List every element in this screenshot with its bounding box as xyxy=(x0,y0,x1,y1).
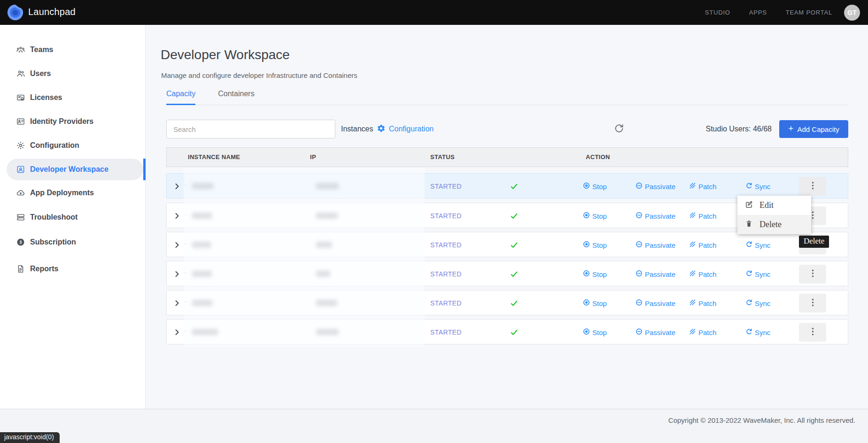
page-subtitle: Manage and configure developer Infrastru… xyxy=(161,71,357,79)
action-sync[interactable]: Sync xyxy=(745,174,770,199)
stop-icon xyxy=(583,270,590,278)
redacted-instance-name xyxy=(192,183,213,189)
kebab-icon xyxy=(812,298,814,308)
action-label: Passivate xyxy=(645,183,675,191)
expand-chevron-icon[interactable] xyxy=(173,270,181,278)
menu-item-edit[interactable]: Edit xyxy=(737,196,811,215)
sidebar-item-configuration[interactable]: Configuration xyxy=(0,135,146,156)
table-header: INSTANCE NAMEIPSTATUSACTION xyxy=(166,147,848,167)
action-patch[interactable]: Patch xyxy=(689,261,716,287)
sidebar-item-label: Users xyxy=(30,63,51,84)
table-row[interactable]: ..STARTEDStopPassivatePatchSync xyxy=(166,261,848,286)
passivate-icon xyxy=(636,328,643,336)
row-menu-button[interactable] xyxy=(799,265,826,283)
sidebar: TeamsUsersLicensesIdentity ProvidersConf… xyxy=(0,25,146,409)
row-context-menu: EditDelete xyxy=(737,196,811,234)
action-patch[interactable]: Patch xyxy=(689,290,716,316)
status-badge: STARTED xyxy=(430,320,462,345)
action-label: Patch xyxy=(698,299,716,307)
action-passivate[interactable]: Passivate xyxy=(636,261,675,287)
action-patch[interactable]: Patch xyxy=(689,320,716,345)
sidebar-item-developer-workspace[interactable]: Developer Workspace xyxy=(0,159,146,180)
nav-link-apps[interactable]: APPS xyxy=(749,9,767,16)
sidebar-item-subscription[interactable]: $Subscription xyxy=(0,231,146,253)
action-label: Stop xyxy=(592,328,607,336)
sidebar-item-teams[interactable]: Teams xyxy=(0,39,146,61)
add-capacity-button[interactable]: + Add Capacity xyxy=(779,120,848,138)
column-header-instance-name: INSTANCE NAME xyxy=(188,148,240,167)
action-sync[interactable]: Sync xyxy=(745,232,770,258)
action-passivate[interactable]: Passivate xyxy=(636,203,675,229)
sidebar-item-app-deployments[interactable]: App Deployments xyxy=(0,182,146,204)
action-stop[interactable]: Stop xyxy=(583,203,607,229)
row-menu-button[interactable] xyxy=(799,323,826,342)
table-row[interactable]: ..STARTEDStopPassivatePatchSync xyxy=(166,173,848,199)
reports-icon xyxy=(16,264,25,274)
instances-label: Instances xyxy=(341,120,373,138)
tab-containers[interactable]: Containers xyxy=(218,90,254,105)
sidebar-item-identity-providers[interactable]: Identity Providers xyxy=(0,111,146,132)
status-badge: STARTED xyxy=(430,261,462,287)
action-stop[interactable]: Stop xyxy=(583,174,607,199)
action-stop[interactable]: Stop xyxy=(583,232,607,258)
sidebar-item-reports[interactable]: Reports xyxy=(0,258,146,280)
stop-icon xyxy=(583,328,590,336)
configuration-link[interactable]: Configuration xyxy=(377,120,434,138)
action-patch[interactable]: Patch xyxy=(689,203,716,229)
kebab-icon xyxy=(812,211,814,221)
action-patch[interactable]: Patch xyxy=(689,174,716,199)
redacted-ip xyxy=(316,271,330,277)
expand-chevron-icon[interactable] xyxy=(173,328,181,336)
action-passivate[interactable]: Passivate xyxy=(636,320,675,345)
delete-icon xyxy=(745,220,753,230)
action-stop[interactable]: Stop xyxy=(583,261,607,287)
action-passivate[interactable]: Passivate xyxy=(636,232,675,258)
tab-bar: CapacityContainers xyxy=(166,90,848,105)
patch-icon xyxy=(689,270,696,278)
menu-item-label: Delete xyxy=(760,220,782,229)
action-passivate[interactable]: Passivate xyxy=(636,290,675,316)
stop-icon xyxy=(583,241,590,249)
page-title: Developer Workspace xyxy=(161,47,290,62)
sidebar-item-troubleshoot[interactable]: Troubleshoot xyxy=(0,206,146,228)
expand-chevron-icon[interactable] xyxy=(173,212,181,220)
row-menu-button[interactable] xyxy=(799,294,826,313)
table-row[interactable]: ..STARTEDStopPassivatePatchSync xyxy=(166,232,848,257)
action-label: Sync xyxy=(755,241,770,249)
action-sync[interactable]: Sync xyxy=(745,320,770,345)
menu-item-delete[interactable]: Delete xyxy=(737,215,811,234)
action-label: Patch xyxy=(698,270,716,278)
refresh-icon xyxy=(614,128,624,135)
action-stop[interactable]: Stop xyxy=(583,320,607,345)
passivate-icon xyxy=(636,182,643,191)
expand-chevron-icon[interactable] xyxy=(173,183,181,190)
add-capacity-label: Add Capacity xyxy=(797,125,839,133)
action-patch[interactable]: Patch xyxy=(689,232,716,258)
action-sync[interactable]: Sync xyxy=(745,261,770,287)
table-row[interactable]: ..STARTEDStopPassivatePatchSync xyxy=(166,290,848,315)
users-icon xyxy=(16,69,25,78)
nav-link-studio[interactable]: STUDIO xyxy=(705,9,730,16)
table-row[interactable]: ..STARTEDStopPassivatePatchSync xyxy=(166,319,848,344)
nav-link-team-portal[interactable]: TEAM PORTAL xyxy=(786,9,832,16)
expand-chevron-icon[interactable] xyxy=(173,299,181,307)
action-passivate[interactable]: Passivate xyxy=(636,174,675,199)
sidebar-item-users[interactable]: Users xyxy=(0,63,146,84)
sidebar-item-licenses[interactable]: Licenses xyxy=(0,87,146,108)
identity-providers-icon xyxy=(16,117,25,126)
expand-chevron-icon[interactable] xyxy=(173,241,181,249)
action-sync[interactable]: Sync xyxy=(745,290,770,316)
stop-icon xyxy=(583,182,590,191)
action-stop[interactable]: Stop xyxy=(583,290,607,316)
action-label: Sync xyxy=(755,299,770,307)
developer-workspace-icon xyxy=(16,165,25,174)
tab-capacity[interactable]: Capacity xyxy=(166,90,195,105)
redacted-name-prefix: .. xyxy=(184,239,187,245)
search-input[interactable] xyxy=(166,120,335,138)
patch-icon xyxy=(689,212,696,220)
user-avatar[interactable]: GT xyxy=(844,5,860,21)
refresh-button[interactable] xyxy=(613,123,625,135)
app-deployments-icon xyxy=(16,188,25,198)
row-menu-button[interactable] xyxy=(799,177,826,196)
sync-icon xyxy=(745,328,752,336)
